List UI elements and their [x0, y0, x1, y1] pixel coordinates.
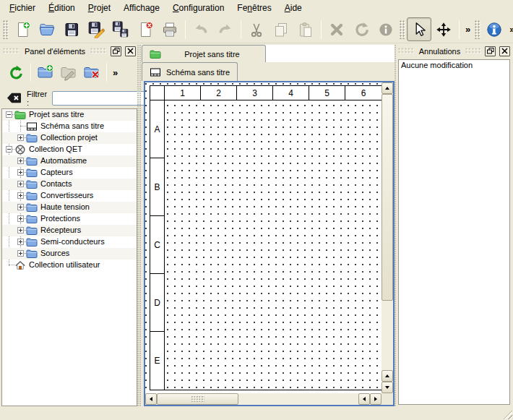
row-header-cell: C	[150, 216, 165, 274]
reload-collections-button[interactable]	[4, 61, 27, 84]
tree-expander-plus[interactable]	[17, 158, 24, 164]
tree-item-label: Collection projet	[40, 133, 98, 142]
vertical-scrollbar[interactable]	[381, 82, 393, 393]
tree-expander-plus[interactable]	[17, 204, 24, 210]
menu-edition[interactable]: Édition	[42, 1, 82, 15]
tree-expander-plus[interactable]	[17, 227, 24, 233]
folder-blue-icon	[26, 132, 38, 144]
delete-category-button[interactable]	[80, 61, 103, 84]
selection-mode-button[interactable]	[407, 17, 431, 41]
tree-expander-plus[interactable]	[17, 169, 24, 176]
tree-expander-minus[interactable]	[6, 111, 12, 118]
elements-panel-toolbar: »	[1, 57, 137, 87]
new-category-button[interactable]	[34, 61, 57, 84]
new-file-button[interactable]	[10, 17, 35, 41]
save-file-icon	[63, 21, 80, 38]
resize-grip[interactable]	[502, 409, 512, 419]
redo-button[interactable]	[213, 17, 238, 41]
pan-mode-button[interactable]	[431, 17, 456, 41]
tree-item-label: Convertisseurs	[40, 191, 93, 200]
print-button[interactable]	[158, 17, 182, 41]
rotate-icon	[353, 21, 370, 38]
about-button[interactable]	[482, 17, 506, 41]
menu-fenetres[interactable]: Fenêtres	[230, 1, 277, 15]
redo-icon	[217, 21, 234, 38]
scroll-left-button[interactable]	[145, 393, 157, 405]
tree-expander-plus[interactable]	[17, 134, 24, 141]
save-all-button[interactable]	[108, 17, 133, 41]
tree-item-sources[interactable]: Sources	[2, 248, 137, 260]
tree-item-recepteurs[interactable]: Récepteurs	[2, 225, 137, 236]
tree-item-collection-qet[interactable]: Collection QET	[2, 144, 137, 155]
menu-fichier[interactable]: Fichier	[3, 1, 42, 15]
delete-button[interactable]	[324, 17, 349, 41]
menu-configuration[interactable]: Configuration	[166, 1, 230, 15]
toolbar-extension-chevron[interactable]: »	[462, 24, 473, 35]
menu-projet[interactable]: Projet	[82, 1, 117, 15]
toolbar-grip[interactable]	[400, 20, 405, 39]
menu-affichage[interactable]: Affichage	[117, 1, 166, 15]
edit-category-button[interactable]	[57, 61, 80, 84]
toolbar-grip[interactable]	[3, 20, 9, 39]
horizontal-scrollbar[interactable]	[145, 393, 381, 405]
scroll-left-button-right[interactable]	[358, 393, 370, 405]
tree-expander-plus[interactable]	[17, 215, 24, 222]
paste-button[interactable]	[293, 17, 318, 41]
toolbar-grip[interactable]	[475, 20, 480, 39]
tree-expander-plus[interactable]	[17, 192, 24, 199]
menu-aide[interactable]: Aide	[278, 1, 309, 15]
scroll-right-button[interactable]	[370, 393, 381, 405]
tree-item-haute-tension[interactable]: Haute tension	[2, 202, 137, 213]
tree-expander-plus[interactable]	[17, 181, 24, 187]
tree-item-automatisme[interactable]: Automatisme	[2, 155, 137, 167]
folder-delete-icon	[83, 64, 100, 81]
tree-expander-plus[interactable]	[17, 239, 24, 245]
tree-item-label: Automatisme	[40, 156, 87, 165]
toolbar-extension-chevron-2[interactable]: »	[506, 24, 513, 35]
save-button[interactable]	[59, 17, 84, 41]
tree-item-collection-projet[interactable]: Collection projet	[2, 132, 137, 144]
float-panel-button[interactable]	[111, 46, 121, 56]
close-panel-button[interactable]	[125, 46, 136, 56]
tree-item-capteurs[interactable]: Capteurs	[2, 167, 137, 179]
toolbar-separator	[459, 20, 460, 39]
tree-item-convertisseurs[interactable]: Convertisseurs	[2, 190, 137, 202]
diagram-canvas[interactable]: 123456ABCDE	[145, 82, 381, 393]
scroll-down-button[interactable]	[381, 382, 393, 393]
frame-content-area[interactable]	[165, 100, 381, 390]
qet-icon	[14, 144, 26, 155]
tree-item-semi-conducteurs[interactable]: Semi-conducteurs	[2, 236, 137, 248]
undo-history-list[interactable]: Aucune modification	[398, 59, 510, 405]
element-info-button[interactable]	[374, 17, 398, 41]
save-as-button[interactable]	[84, 17, 108, 41]
tree-item-projet-sans-titre[interactable]: Projet sans titre	[2, 109, 137, 121]
undo-button[interactable]	[189, 17, 213, 41]
close-panel-button[interactable]	[499, 46, 510, 56]
scroll-up-button[interactable]	[381, 82, 393, 94]
tree-item-label: Semi-conducteurs	[40, 237, 105, 246]
cut-button[interactable]	[244, 17, 269, 41]
rotate-button[interactable]	[349, 17, 374, 41]
close-file-button[interactable]	[133, 17, 158, 41]
horizontal-scrollbar-thumb[interactable]	[157, 393, 238, 405]
tree-item-protections[interactable]: Protections	[2, 213, 137, 225]
home-icon	[14, 260, 26, 271]
tab-project[interactable]: Projet sans titre	[142, 45, 266, 62]
float-panel-button[interactable]	[485, 46, 496, 56]
tree-expander-plus[interactable]	[17, 250, 24, 257]
row-header-cell: E	[150, 332, 165, 390]
vertical-scrollbar-thumb[interactable]	[381, 94, 393, 301]
left-splitter[interactable]	[137, 45, 142, 406]
tree-expander-minus[interactable]	[6, 146, 12, 153]
tree-item-contacts[interactable]: Contacts	[2, 179, 137, 190]
panel-extension-chevron[interactable]: »	[110, 67, 121, 78]
main-toolbar: »»	[0, 16, 513, 43]
clear-filter-button[interactable]	[7, 92, 22, 104]
open-file-button[interactable]	[35, 17, 59, 41]
tree-item-collection-utilisateur[interactable]: Collection utilisateur	[2, 260, 137, 271]
titlebar-texture	[90, 48, 107, 54]
tab-schema[interactable]: Schéma sans titre	[142, 62, 238, 81]
copy-button[interactable]	[269, 17, 293, 41]
scroll-up-button-bottom[interactable]	[381, 370, 393, 382]
tree-item-schema-sans-titre[interactable]: Schéma sans titre	[2, 121, 137, 132]
